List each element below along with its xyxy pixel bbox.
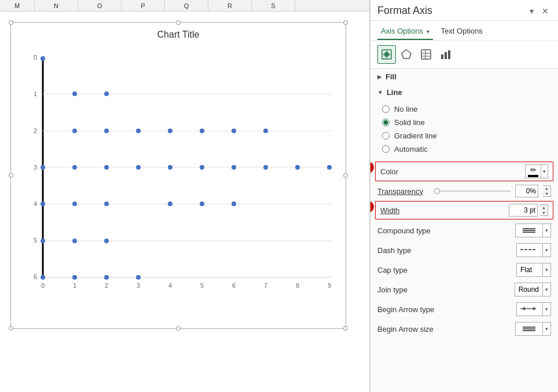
svg-point-34 bbox=[41, 165, 45, 170]
gradient-line-label: Gradient line bbox=[394, 131, 437, 140]
spin-down[interactable]: ▼ bbox=[543, 191, 550, 196]
begin-arrow-size-select[interactable]: ▾ bbox=[515, 322, 551, 336]
width-spin-up[interactable]: ▲ bbox=[540, 205, 548, 210]
handle-top[interactable] bbox=[176, 20, 181, 25]
begin-arrow-type-control: ▾ bbox=[445, 302, 551, 316]
table-icon-btn[interactable] bbox=[417, 45, 435, 64]
format-axis-panel: Format Axis ▾ ✕ Axis Options ▾ Text Opti… bbox=[370, 0, 558, 392]
svg-point-53 bbox=[41, 275, 45, 280]
transparency-slider[interactable] bbox=[434, 186, 511, 196]
width-row: Width ▲ ▼ bbox=[375, 201, 553, 219]
svg-point-51 bbox=[72, 239, 77, 243]
color-dropdown-arrow[interactable]: ▾ bbox=[541, 165, 548, 178]
join-type-select[interactable]: Round ▾ bbox=[515, 283, 551, 296]
fill-section-header[interactable]: ▶ Fill bbox=[370, 69, 558, 85]
cap-type-select[interactable]: Flat ▾ bbox=[516, 263, 551, 277]
compound-type-arrow[interactable]: ▾ bbox=[542, 224, 550, 237]
handle-br[interactable] bbox=[343, 326, 348, 331]
begin-arrow-size-control: ▾ bbox=[445, 322, 551, 336]
fill-effects-icon bbox=[381, 49, 392, 60]
handle-tl[interactable] bbox=[9, 20, 13, 25]
line-section-header[interactable]: ▼ Line bbox=[370, 85, 558, 100]
panel-body: ▶ Fill ▼ Line No line Solid line Gradien… bbox=[370, 69, 558, 392]
pentagon-icon-btn[interactable] bbox=[397, 45, 416, 64]
svg-point-54 bbox=[72, 275, 77, 280]
svg-rect-65 bbox=[441, 54, 443, 59]
pencil-icon: ✏ bbox=[530, 166, 537, 174]
slider-track bbox=[434, 190, 511, 192]
color-bar bbox=[528, 175, 538, 177]
handle-bl[interactable] bbox=[9, 326, 13, 331]
cap-type-arrow[interactable]: ▾ bbox=[542, 263, 550, 276]
dash-type-label: Dash type bbox=[377, 246, 441, 255]
width-control: ▲ ▼ bbox=[436, 204, 548, 217]
slider-thumb[interactable] bbox=[434, 188, 440, 194]
color-picker-btn[interactable]: ✏ ▾ bbox=[525, 164, 548, 178]
bar-chart-icon-btn[interactable] bbox=[436, 45, 455, 64]
handle-bottom[interactable] bbox=[176, 326, 181, 331]
begin-arrow-type-select[interactable]: ▾ bbox=[516, 302, 551, 316]
transparency-input[interactable] bbox=[515, 185, 538, 197]
svg-text:7: 7 bbox=[264, 282, 267, 289]
spreadsheet-area: M N O P Q R S Chart Title bbox=[0, 0, 370, 392]
svg-text:6: 6 bbox=[34, 273, 37, 280]
dash-type-select[interactable]: ▾ bbox=[516, 243, 551, 257]
dash-type-arrow[interactable]: ▾ bbox=[542, 244, 550, 257]
handle-right[interactable] bbox=[343, 173, 348, 178]
svg-point-27 bbox=[72, 129, 77, 133]
color-swatch: ✏ bbox=[526, 164, 541, 178]
svg-point-47 bbox=[168, 202, 172, 206]
chart-wrapper[interactable]: Chart Title 0 1 2 3 4 5 6 bbox=[10, 22, 346, 329]
color-row: Color ✏ ▾ bbox=[375, 162, 553, 181]
svg-marker-74 bbox=[522, 307, 525, 310]
handle-tr[interactable] bbox=[343, 20, 348, 25]
compound-type-select[interactable]: ▾ bbox=[515, 224, 551, 237]
begin-arrow-type-arrow[interactable]: ▾ bbox=[542, 303, 550, 316]
join-type-row: Join type Round ▾ bbox=[370, 280, 558, 299]
svg-point-39 bbox=[200, 165, 204, 170]
svg-point-43 bbox=[327, 165, 332, 170]
svg-rect-66 bbox=[445, 52, 447, 59]
compound-type-label: Compound type bbox=[377, 226, 441, 235]
transparency-spinner: ▲ ▼ bbox=[543, 185, 551, 197]
begin-arrow-size-row: Begin Arrow size ▾ bbox=[370, 319, 558, 339]
spin-up[interactable]: ▲ bbox=[543, 186, 550, 191]
automatic-radio[interactable] bbox=[382, 145, 390, 153]
svg-point-56 bbox=[136, 275, 141, 280]
chart-outer: Chart Title 0 1 2 3 4 5 6 bbox=[0, 12, 369, 392]
svg-text:1: 1 bbox=[34, 90, 37, 97]
dash-type-row: Dash type ▾ bbox=[370, 240, 558, 260]
svg-text:9: 9 bbox=[328, 282, 331, 289]
icon-toolbar bbox=[370, 41, 558, 69]
begin-arrow-type-label: Begin Arrow type bbox=[377, 305, 441, 314]
no-line-radio[interactable] bbox=[382, 105, 390, 113]
panel-dropdown-btn[interactable]: ▾ bbox=[527, 5, 536, 17]
panel-close-btn[interactable]: ✕ bbox=[539, 5, 551, 17]
join-type-arrow[interactable]: ▾ bbox=[542, 283, 550, 296]
color-row-outer: 2 Color ✏ ▾ bbox=[370, 162, 558, 181]
col-header-r: R bbox=[208, 0, 252, 11]
begin-arrow-size-arrow[interactable]: ▾ bbox=[542, 323, 550, 335]
begin-arrow-size-label: Begin Arrow size bbox=[377, 325, 441, 334]
solid-line-radio[interactable] bbox=[382, 119, 390, 126]
fill-label: Fill bbox=[386, 72, 397, 81]
svg-point-30 bbox=[168, 129, 172, 133]
svg-point-38 bbox=[168, 165, 172, 170]
tab-axis-options[interactable]: Axis Options ▾ bbox=[377, 24, 433, 40]
svg-text:0: 0 bbox=[41, 282, 45, 289]
line-options: No line Solid line Gradient line Automat… bbox=[370, 100, 558, 160]
axis-options-dropdown[interactable]: ▾ bbox=[427, 28, 429, 35]
svg-point-41 bbox=[263, 165, 268, 170]
fill-effects-icon-btn[interactable] bbox=[377, 45, 396, 64]
svg-text:8: 8 bbox=[296, 282, 299, 289]
svg-text:3: 3 bbox=[137, 282, 140, 289]
gradient-line-radio[interactable] bbox=[382, 132, 390, 140]
width-spin-down[interactable]: ▼ bbox=[540, 210, 548, 215]
tab-text-options[interactable]: Text Options bbox=[438, 24, 486, 40]
svg-text:0: 0 bbox=[34, 54, 37, 61]
cap-type-row: Cap type Flat ▾ bbox=[370, 260, 558, 280]
compound-type-row: Compound type ▾ bbox=[370, 221, 558, 240]
handle-left[interactable] bbox=[9, 173, 13, 178]
width-input[interactable] bbox=[509, 204, 538, 217]
width-row-outer: 3 Width ▲ ▼ bbox=[370, 201, 558, 219]
